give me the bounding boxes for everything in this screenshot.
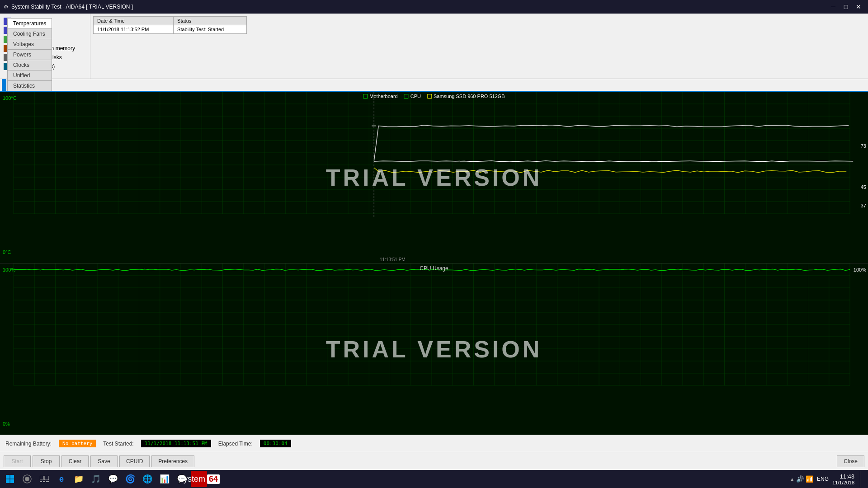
tabs-container[interactable]: TemperaturesCooling FansVoltagesPowersCl… [7,18,53,91]
temp-chart: Motherboard CPU Samsung SSD 960 PRO 512G… [0,92,868,263]
title-bar: ⚙ System Stability Test - AIDA64 [ TRIAL… [0,0,868,14]
temp-chart-legend: Motherboard CPU Samsung SSD 960 PRO 512G… [363,94,505,99]
tab-powers[interactable]: Powers [7,49,52,60]
clear-button[interactable]: Clear [61,455,89,467]
tab-clocks[interactable]: Clocks [7,60,52,70]
taskbar-icon-app5[interactable]: 📊 [156,471,173,487]
windows-start-button[interactable] [2,471,18,487]
tab-voltages[interactable]: Voltages [7,39,52,49]
legend-cpu-label: CPU [410,94,421,99]
svg-rect-115 [43,481,45,482]
log-table-container: Date & Time Status 11/1/2018 11:13:52 PM… [90,14,868,79]
cpuid-button[interactable]: CPUID [119,455,150,467]
taskbar-icon-ie[interactable]: e [53,471,70,487]
svg-rect-112 [40,476,43,480]
tray-expand[interactable]: ▲ [790,477,794,482]
test-started-value: 11/1/2018 11:13:51 PM [141,440,211,447]
taskbar-aida64[interactable]: System 64 [191,471,207,487]
temp-val-mb: 45 [861,184,866,190]
log-cell-datetime: 11/1/2018 11:13:52 PM [94,25,174,34]
cpu-chart-title: CPU Usage [420,265,448,272]
tab-statistics[interactable]: Statistics [7,80,52,91]
tray-icon-2: 📶 [806,475,813,483]
taskbar: e 📁 🎵 💬 🌀 🌐 📊 💬 System 64 ▲ [0,470,868,488]
cpu-chart-svg [0,263,868,435]
svg-rect-113 [44,476,49,480]
btn-group-left: Start Stop Clear Save CPUID Preferences [4,455,194,467]
taskbar-icon-app4[interactable]: 🌐 [139,471,156,487]
title-bar-left: ⚙ System Stability Test - AIDA64 [ TRIAL… [4,4,133,10]
legend-cpu: CPU [404,94,421,99]
svg-rect-114 [40,481,42,482]
close-title-button[interactable]: ✕ [853,2,864,11]
bottom-buttons: Start Stop Clear Save CPUID Preferences … [0,452,868,470]
legend-ssd: Samsung SSD 960 PRO 512GB [427,94,505,99]
show-desktop[interactable] [860,471,863,487]
tab-temperatures[interactable]: Temperatures [7,18,52,29]
tabs-bar: TemperaturesCooling FansVoltagesPowersCl… [0,79,868,92]
main-window: Stress CPUStress FPUStress cacheStress s… [0,14,868,470]
legend-motherboard: Motherboard [363,94,397,99]
aida64-badge: 64 [207,474,220,484]
log-table: Date & Time Status 11/1/2018 11:13:52 PM… [93,16,247,34]
svg-rect-109 [10,479,14,483]
close-button[interactable]: Close [837,455,864,467]
clock-time: 11:43 [832,473,854,480]
log-col-status: Status [174,17,247,25]
tab-unified[interactable]: Unified [7,70,52,80]
legend-ssd-label: Samsung SSD 960 PRO 512GB [434,94,505,99]
status-bar: Remaining Battery: No battery Test Start… [0,435,868,452]
svg-rect-107 [10,475,14,479]
charts-area: Motherboard CPU Samsung SSD 960 PRO 512G… [0,92,868,435]
battery-value: No battery [59,440,96,447]
preferences-button[interactable]: Preferences [151,455,194,467]
battery-label: Remaining Battery: [5,441,52,447]
taskbar-icon-cortana[interactable] [19,471,35,487]
stop-button[interactable]: Stop [33,455,60,467]
window-title: System Stability Test - AIDA64 [ TRIAL V… [11,4,133,10]
taskbar-icon-app3[interactable]: 🌀 [122,471,138,487]
taskbar-icon-app2[interactable]: 💬 [105,471,121,487]
temp-val-cpu: 73 [861,143,866,149]
test-started-label: Test Started: [103,441,133,447]
taskbar-left: e 📁 🎵 💬 🌀 🌐 📊 💬 System 64 [2,471,207,487]
temp-chart-svg [0,92,868,263]
top-section: Stress CPUStress FPUStress cacheStress s… [0,14,868,79]
cpu-chart: CPU Usage 100% 0% 100% TRIAL VERSION [0,263,868,435]
svg-rect-106 [6,475,10,479]
legend-motherboard-label: Motherboard [369,94,397,99]
app-icon: ⚙ [4,4,9,10]
maximize-button[interactable]: □ [840,2,852,11]
taskbar-icon-explorer[interactable]: 📁 [71,471,87,487]
tab-cooling-fans[interactable]: Cooling Fans [7,28,52,39]
start-button[interactable]: Start [4,455,31,467]
temp-time: 11:13:51 PM [380,257,406,262]
aida64-taskbar-label: System [178,474,205,484]
minimize-button[interactable]: ─ [827,2,839,11]
log-col-datetime: Date & Time [94,17,174,25]
svg-point-111 [25,477,29,481]
save-button[interactable]: Save [90,455,118,467]
taskbar-right: ▲ 🔊 📶 ENG 11:43 11/1/2018 [790,471,866,487]
svg-rect-108 [6,479,10,483]
lang-indicator: ENG [817,476,829,482]
log-cell-status: Stability Test: Started [174,25,247,34]
elapsed-value: 00:30:04 [260,440,291,447]
temp-val-ssd: 37 [861,203,866,208]
title-bar-controls[interactable]: ─ □ ✕ [827,2,864,11]
system-clock[interactable]: 11:43 11/1/2018 [832,473,854,485]
tab-active-indicator [2,79,6,91]
system-tray: ▲ 🔊 📶 [790,475,813,483]
taskbar-icon-taskview[interactable] [36,471,52,487]
taskbar-icon-app1[interactable]: 🎵 [88,471,104,487]
tray-icon-1: 🔊 [796,475,804,483]
clock-date: 11/1/2018 [832,480,854,485]
svg-rect-116 [46,481,49,482]
log-row: 11/1/2018 11:13:52 PMStability Test: Sta… [94,25,247,34]
elapsed-label: Elapsed Time: [218,441,253,447]
